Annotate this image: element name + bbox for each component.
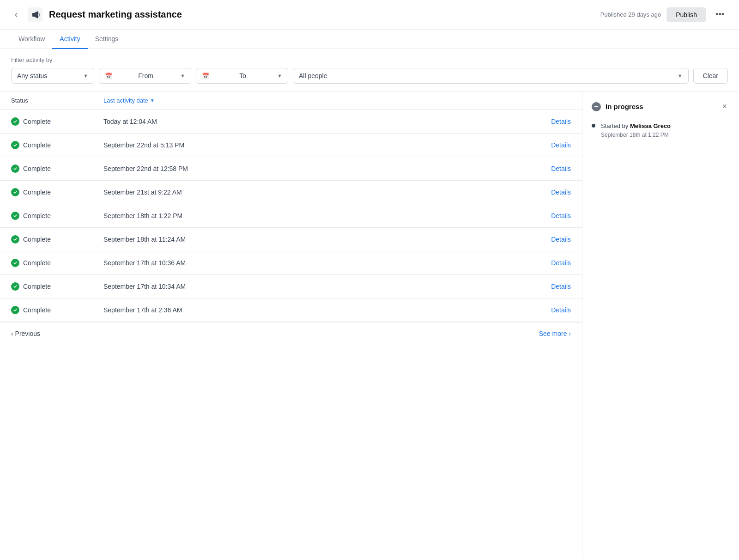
status-cell: Complete (11, 164, 103, 173)
back-button[interactable]: ‹ (11, 8, 21, 21)
details-link[interactable]: Details (551, 212, 571, 219)
header-right: Published 29 days ago Publish ••• (600, 7, 728, 22)
in-progress-dot (594, 106, 598, 107)
panel-entry-text: Started by Melissa Greco (601, 122, 671, 131)
status-cell: Complete (11, 188, 103, 196)
in-progress-icon (592, 102, 601, 111)
table-row[interactable]: Complete September 22nd at 12:58 PM Deta… (0, 157, 582, 181)
chevron-down-icon-people: ▼ (678, 73, 683, 79)
date-cell: September 17th at 10:34 AM (103, 283, 551, 290)
table-row[interactable]: Complete September 17th at 2:36 AM Detai… (0, 298, 582, 322)
table-row[interactable]: Complete September 22nd at 5:13 PM Detai… (0, 134, 582, 157)
side-panel-header: In progress × (592, 101, 730, 112)
status-column-header: Status (11, 97, 103, 104)
status-cell: Complete (11, 259, 103, 267)
header-left: ‹ Request marketing assistance (11, 6, 600, 23)
page-title: Request marketing assistance (49, 9, 182, 20)
complete-icon (11, 306, 19, 314)
details-link[interactable]: Details (551, 306, 571, 314)
date-cell: September 17th at 10:36 AM (103, 259, 551, 267)
table-row[interactable]: Complete September 18th at 11:24 AM Deta… (0, 228, 582, 251)
tab-bar: Workflow Activity Settings (0, 30, 739, 49)
filter-bar: Filter activity by Any status ▼ 📅 From ▼… (0, 49, 739, 91)
chevron-down-icon-to: ▼ (277, 73, 282, 79)
tab-activity[interactable]: Activity (52, 30, 87, 49)
main-content: Status Last activity date ▼ Complete Tod… (0, 91, 739, 559)
details-link[interactable]: Details (551, 259, 571, 267)
panel-entry: Started by Melissa Greco September 18th … (592, 122, 730, 138)
date-cell: September 18th at 11:24 AM (103, 236, 551, 243)
complete-icon (11, 282, 19, 291)
status-label: Complete (23, 236, 51, 243)
date-cell: September 22nd at 12:58 PM (103, 165, 551, 172)
complete-icon (11, 212, 19, 220)
status-label: Complete (23, 283, 51, 290)
sort-by-date-button[interactable]: Last activity date ▼ (103, 97, 155, 104)
status-label: Complete (23, 306, 51, 314)
calendar-icon-to: 📅 (202, 73, 209, 79)
tab-settings[interactable]: Settings (88, 30, 126, 49)
table-row[interactable]: Complete Today at 12:04 AM Details (0, 110, 582, 134)
calendar-icon: 📅 (105, 73, 112, 79)
pagination-footer: ‹ Previous See more › (0, 322, 582, 345)
table-area: Status Last activity date ▼ Complete Tod… (0, 91, 582, 559)
complete-icon (11, 117, 19, 126)
date-cell: September 17th at 2:36 AM (103, 306, 551, 314)
people-filter-value: All people (299, 72, 327, 79)
table-row[interactable]: Complete September 17th at 10:36 AM Deta… (0, 251, 582, 275)
people-filter[interactable]: All people ▼ (293, 68, 689, 84)
date-column-header: Last activity date ▼ (103, 97, 571, 104)
status-filter-value: Any status (17, 72, 47, 79)
sort-arrow-icon: ▼ (150, 98, 155, 103)
side-panel: In progress × Started by Melissa Greco S… (582, 91, 739, 559)
publish-button[interactable]: Publish (666, 7, 706, 22)
status-label: Complete (23, 141, 51, 149)
status-cell: Complete (11, 117, 103, 126)
status-cell: Complete (11, 282, 103, 291)
clear-button[interactable]: Clear (693, 68, 728, 84)
close-panel-button[interactable]: × (719, 101, 730, 112)
details-link[interactable]: Details (551, 118, 571, 125)
status-label: Complete (23, 165, 51, 172)
svg-rect-1 (32, 13, 34, 17)
to-date-filter[interactable]: 📅 To ▼ (196, 68, 288, 84)
filter-label: Filter activity by (11, 56, 728, 63)
status-label: Complete (23, 212, 51, 219)
table-row[interactable]: Complete September 21st at 9:22 AM Detai… (0, 181, 582, 204)
panel-entry-content: Started by Melissa Greco September 18th … (601, 122, 671, 138)
table-header: Status Last activity date ▼ (0, 91, 582, 110)
table-rows: Complete Today at 12:04 AM Details Compl… (0, 110, 582, 322)
megaphone-icon (27, 6, 43, 23)
see-more-button[interactable]: See more › (539, 330, 571, 337)
complete-icon (11, 141, 19, 149)
status-filter[interactable]: Any status ▼ (11, 68, 94, 84)
header: ‹ Request marketing assistance Published… (0, 0, 739, 30)
chevron-down-icon-from: ▼ (180, 73, 185, 79)
details-link[interactable]: Details (551, 165, 571, 172)
complete-icon (11, 235, 19, 243)
panel-entry-timestamp: September 18th at 1:22 PM (601, 132, 671, 138)
to-date-value: To (239, 72, 246, 79)
tab-workflow[interactable]: Workflow (11, 30, 52, 49)
from-date-filter[interactable]: 📅 From ▼ (99, 68, 191, 84)
complete-icon (11, 188, 19, 196)
status-label: Complete (23, 189, 51, 196)
side-panel-title: In progress (606, 103, 643, 110)
details-link[interactable]: Details (551, 283, 571, 290)
status-cell: Complete (11, 306, 103, 314)
filter-controls: Any status ▼ 📅 From ▼ 📅 To ▼ All people … (11, 68, 728, 84)
details-link[interactable]: Details (551, 236, 571, 243)
date-cell: September 22nd at 5:13 PM (103, 141, 551, 149)
details-link[interactable]: Details (551, 189, 571, 196)
date-cell: Today at 12:04 AM (103, 118, 551, 125)
status-cell: Complete (11, 212, 103, 220)
status-cell: Complete (11, 141, 103, 149)
table-row[interactable]: Complete September 17th at 10:34 AM Deta… (0, 275, 582, 298)
entry-dot-icon (592, 124, 595, 128)
details-link[interactable]: Details (551, 141, 571, 149)
chevron-down-icon: ▼ (83, 73, 88, 79)
table-row[interactable]: Complete September 18th at 1:22 PM Detai… (0, 204, 582, 228)
panel-author: Melissa Greco (630, 122, 671, 129)
previous-button[interactable]: ‹ Previous (11, 330, 40, 337)
more-options-button[interactable]: ••• (712, 8, 728, 21)
